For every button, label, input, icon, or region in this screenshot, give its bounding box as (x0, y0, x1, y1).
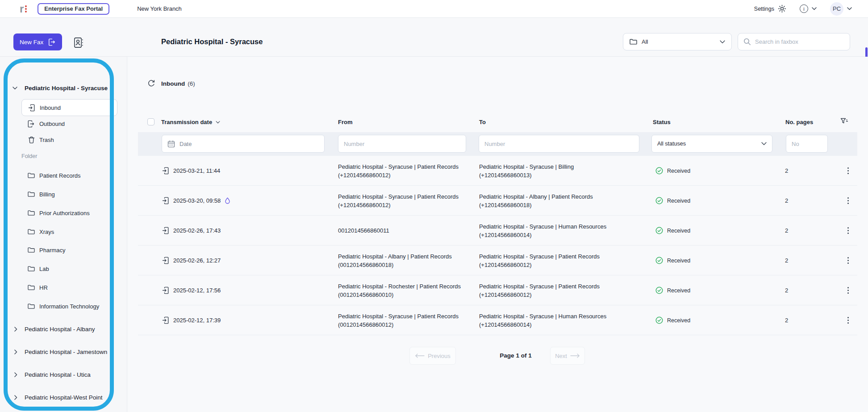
help-menu-button[interactable]: i (800, 4, 817, 13)
cell-from: Pediatric Hospital - Rochester | Patient… (338, 275, 472, 305)
status-filter-select[interactable]: All statuses (651, 135, 772, 153)
cell-transmission-date: 2025-02-12, 17:39 (162, 305, 221, 335)
sidebar-item-label: Inbound (40, 104, 61, 111)
sidebar-folder-hr[interactable]: HR (0, 279, 127, 295)
cell-from: Pediatric Hospital - Syracuse | Patient … (338, 156, 472, 186)
next-page-button[interactable]: Next (550, 347, 585, 365)
settings-button[interactable]: Settings (754, 4, 786, 13)
settings-label: Settings (754, 6, 774, 12)
inbound-fax-icon (162, 167, 169, 175)
sidebar-account-pediatric-hospital-utica[interactable]: Pediatric Hospital - Utica (0, 366, 127, 383)
sidebar-folder-label: Billing (39, 191, 55, 198)
folder-icon (28, 172, 35, 179)
to-name: Pediatric Hospital - Syracuse | Billing (479, 163, 626, 170)
previous-label: Previous (428, 353, 451, 359)
from-filter-field (338, 135, 466, 153)
cell-status: Received (655, 275, 690, 305)
table-row[interactable]: 2025-02-26, 12:27 Pediatric Hospital - A… (138, 246, 857, 275)
date-filter-input[interactable] (179, 141, 319, 147)
cell-status: Received (655, 186, 690, 216)
sidebar-item-label: Outbound (39, 121, 65, 127)
from-name: Pediatric Hospital - Syracuse | Patient … (338, 313, 472, 320)
logo-dots-icon (25, 5, 27, 13)
sidebar-folder-label: Information Technology (39, 303, 99, 310)
folder-icon (28, 284, 35, 291)
row-menu-button[interactable] (842, 216, 854, 246)
topbar-actions: Settings i PC (754, 2, 852, 16)
column-header-status[interactable]: Status (653, 119, 671, 125)
sidebar-item-outbound[interactable]: Outbound (0, 116, 127, 132)
inbound-fax-icon (162, 227, 169, 234)
table-row[interactable]: 2025-02-26, 17:43 0012014566860011 Pedia… (138, 216, 857, 246)
sidebar-folder-lab[interactable]: Lab (0, 261, 127, 277)
cell-pages: 2 (785, 186, 788, 216)
folder-filter-select[interactable]: All (623, 33, 732, 50)
next-label: Next (555, 353, 567, 359)
row-menu-button[interactable] (842, 305, 854, 335)
select-all-checkbox[interactable] (147, 118, 154, 125)
status-badge: Received (667, 168, 690, 174)
sidebar-item-trash[interactable]: Trash (0, 132, 127, 148)
contacts-button[interactable] (71, 36, 85, 49)
sidebar-folder-billing[interactable]: Billing (0, 186, 127, 202)
account-menu-button[interactable]: PC (830, 2, 852, 16)
search-input[interactable] (755, 38, 844, 45)
address-book-icon (72, 37, 84, 49)
new-fax-button[interactable]: New Fax (13, 33, 62, 50)
sidebar-folder-label: Lab (39, 266, 49, 272)
transmission-date-value: 2025-02-26, 17:43 (173, 227, 221, 234)
from-number: (+12014566860012) (338, 172, 472, 179)
sidebar-folder-prior-authorizations[interactable]: Prior Authorizations (0, 205, 127, 221)
outbound-icon (28, 120, 35, 128)
sidebar-account-pediatric-hospital-jamestown[interactable]: Pediatric Hospital - Jamestown (0, 344, 127, 360)
sidebar-account-label: Pediatric Hospital - Syracuse (25, 85, 108, 92)
folder-icon (28, 229, 35, 235)
table-row[interactable]: 2025-03-21, 11:44 Pediatric Hospital - S… (138, 156, 857, 186)
row-menu-button[interactable] (842, 186, 854, 216)
enterprise-fax-portal-screen: r Enterprise Fax Portal New York Branch … (0, 0, 868, 412)
column-header-to[interactable]: To (479, 119, 486, 125)
row-menu-button[interactable] (842, 275, 854, 305)
enterprise-fax-portal-button[interactable]: Enterprise Fax Portal (38, 3, 109, 15)
sidebar-account-label: Pediatric Hospital-West Point (25, 394, 103, 401)
to-name: Pediatric Hospital - Syracuse | Patient … (479, 283, 626, 290)
transmission-date-value: 2025-02-12, 17:39 (173, 317, 221, 324)
sidebar-folder-xrays[interactable]: Xrays (0, 224, 127, 240)
sidebar-folder-patient-records[interactable]: Patient Records (0, 167, 127, 183)
to-filter-input[interactable] (484, 141, 634, 147)
column-header-transmission-date[interactable]: Transmission date (161, 119, 220, 125)
sidebar-account-syracuse[interactable]: Pediatric Hospital - Syracuse (0, 83, 127, 93)
from-name: Pediatric Hospital - Albany | Patient Re… (338, 253, 472, 260)
from-filter-input[interactable] (344, 141, 460, 147)
pages-filter-input[interactable] (792, 141, 822, 147)
column-header-from[interactable]: From (338, 119, 353, 125)
to-number: (+12014566860014) (479, 232, 626, 238)
table-row[interactable]: 2025-03-20, 09:58 Pediatric Hospital - S… (138, 186, 857, 216)
cell-transmission-date: 2025-02-26, 12:27 (162, 246, 221, 275)
sidebar-item-inbound[interactable]: Inbound (21, 99, 117, 116)
page-title: Pediatric Hospital - Syracuse (161, 37, 263, 46)
from-name: Pediatric Hospital - Syracuse | Patient … (338, 163, 472, 170)
refresh-button[interactable] (147, 79, 155, 87)
cell-to: Pediatric Hospital - Syracuse | Human Re… (479, 216, 626, 246)
toolbar: New Fax Pediatric Hospital - Syracuse Al… (0, 18, 868, 57)
sidebar-account-pediatric-hospital-albany[interactable]: Pediatric Hospital - Albany (0, 321, 127, 337)
sidebar-folder-label: Patient Records (39, 172, 81, 179)
inbound-fax-icon (162, 197, 169, 204)
previous-page-button[interactable]: Previous (409, 347, 456, 365)
row-menu-button[interactable] (842, 246, 854, 275)
column-header-pages[interactable]: No. pages (785, 119, 813, 125)
transmission-date-value: 2025-03-20, 09:58 (173, 197, 221, 204)
table-row[interactable]: 2025-02-12, 17:56 Pediatric Hospital - R… (138, 275, 857, 305)
folder-icon (28, 210, 35, 216)
table-row[interactable]: 2025-02-12, 17:39 Pediatric Hospital - S… (138, 305, 857, 335)
cell-transmission-date: 2025-02-26, 17:43 (162, 216, 221, 246)
transmission-date-value: 2025-02-12, 17:56 (173, 287, 221, 294)
faxbox-search (738, 33, 850, 50)
trash-icon (28, 136, 35, 144)
sidebar-folder-information-technology[interactable]: Information Technology (0, 298, 127, 314)
row-menu-button[interactable] (842, 156, 854, 186)
sidebar-account-pediatric-hospital-west-point[interactable]: Pediatric Hospital-West Point (0, 389, 127, 405)
sidebar-folder-pharmacy[interactable]: Pharmacy (0, 242, 127, 258)
filter-button[interactable] (840, 118, 848, 125)
